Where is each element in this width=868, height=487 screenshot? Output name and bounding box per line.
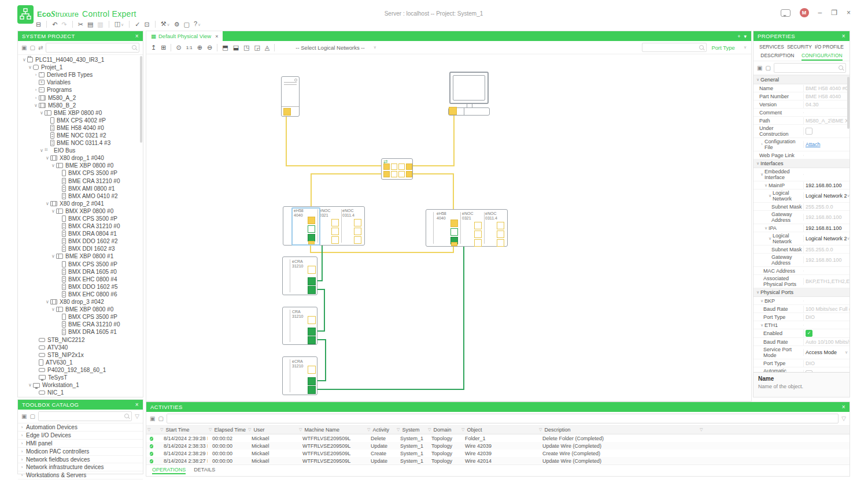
attach-link[interactable]: Attach (806, 142, 821, 147)
close-icon[interactable]: × (135, 33, 139, 39)
tab-details[interactable]: DETAILS (194, 467, 215, 474)
collapse-all-icon[interactable]: ▢ (765, 65, 770, 71)
port-y[interactable] (450, 220, 458, 227)
filter-icon[interactable]: ▽ (367, 427, 370, 432)
tree-item[interactable]: BME CRA 31210 #0 (18, 177, 143, 185)
row-expander-icon[interactable]: ∨ (759, 322, 764, 328)
server-device[interactable] (281, 76, 300, 117)
tree-item[interactable]: ∨X80 drop_1 #040 (18, 154, 143, 162)
toolbox-category-workstations-servers[interactable]: ›Workstations & Servers (18, 471, 143, 479)
property-value[interactable]: ✓ (803, 329, 849, 337)
row-expander-icon[interactable]: ∨ (767, 236, 773, 241)
grid-icon[interactable]: ⊞ (161, 44, 166, 51)
chevron-down-icon[interactable]: ∨ (847, 236, 849, 241)
port-y[interactable] (283, 108, 291, 116)
tree-expander-icon[interactable]: ∨ (50, 254, 56, 259)
property-value[interactable] (803, 370, 849, 372)
tree-item[interactable]: BMX AMO 0410 #2 (18, 192, 143, 200)
toolbox-category-network-infrastructure-devices[interactable]: ›Network infrastructure devices (18, 463, 143, 471)
tree-item[interactable]: ATV630_1 (18, 359, 143, 366)
avatar[interactable]: M (800, 8, 809, 17)
filter-icon[interactable]: ▽ (248, 427, 251, 432)
cut-icon[interactable]: ✂ (78, 20, 83, 29)
tree-expander-icon[interactable]: ∨ (45, 201, 50, 206)
tools-icon[interactable]: ⚒∨ (161, 19, 170, 29)
tree-expander-icon[interactable]: ∨ (21, 57, 27, 62)
tree-item[interactable]: BMX DRA 1605 #0 (18, 268, 143, 276)
port-y[interactable] (406, 163, 412, 170)
filter-icon[interactable]: ▽ (160, 427, 163, 432)
tree-item[interactable]: ∨Projet_1 (18, 64, 143, 71)
import-branch-icon[interactable]: ◲ (254, 44, 260, 51)
dropdown[interactable]: Access Mode∨ (803, 349, 849, 356)
tree-item[interactable]: BMX CPS 3500 #P (18, 169, 143, 177)
layout-icon[interactable]: ◫∨ (114, 19, 124, 29)
port-yo[interactable] (308, 316, 316, 324)
expander-icon[interactable]: › (18, 464, 26, 470)
port-g[interactable] (308, 286, 316, 294)
port-y[interactable] (451, 242, 457, 246)
tree-expander-icon[interactable]: ∨ (45, 299, 50, 304)
filter-icon[interactable]: ▽ (135, 413, 139, 419)
tree-item[interactable]: ∨X80 drop_2 #041 (18, 200, 143, 207)
tree-item[interactable]: STB_NIP2x1x (18, 351, 143, 359)
maximize-button[interactable]: ❐ (831, 9, 837, 17)
port-y[interactable] (406, 171, 412, 177)
tree-item[interactable]: BMX CPS 3500 #P (18, 261, 143, 268)
tree-item[interactable]: ›M580_A_2 (18, 94, 143, 101)
tree-expander-icon[interactable]: ∨ (33, 103, 39, 108)
tree-item[interactable]: BMX EHC 0800 #6 (18, 291, 143, 298)
project-search-input[interactable] (46, 43, 139, 53)
tree-item[interactable]: BMX EHC 0800 #4 (18, 276, 143, 283)
tree-item[interactable]: NIC_1 (18, 389, 143, 396)
zoom-out-icon[interactable]: ⊖ (207, 44, 212, 51)
workstation-monitor[interactable] (449, 72, 489, 104)
port-yo[interactable] (391, 171, 397, 177)
section-expander-icon[interactable]: ∨ (755, 161, 760, 166)
toolbox-search-input[interactable] (38, 411, 132, 421)
tab-close-icon[interactable]: × (215, 34, 218, 39)
tree-item[interactable]: ›Programs (18, 86, 143, 94)
tree-item[interactable]: ∨BMX XBP 0800 #0 (18, 207, 143, 215)
row-expander-icon[interactable]: ∨ (763, 183, 769, 188)
tree-item[interactable]: BME NOC 0321 #2 (18, 132, 143, 139)
tree-item[interactable]: TeSysT (18, 374, 143, 381)
checkbox-unchecked[interactable] (806, 370, 812, 372)
tree-expander-icon[interactable]: › (33, 72, 39, 77)
port-g[interactable] (308, 377, 316, 385)
one-to-one[interactable]: 1:1 (186, 45, 193, 50)
toolbox-category-edge-i-o-devices[interactable]: ›Edge I/O Devices (18, 432, 143, 440)
routing-switch-device[interactable]: ⇄ (381, 158, 413, 180)
tree-item[interactable]: ∨X80 drop_3 #042 (18, 298, 143, 306)
toolbox-category-hmi-panel[interactable]: ›HMI panel (18, 440, 143, 448)
tree-item[interactable]: BME H58 4040 #0 (18, 124, 143, 132)
tab-operations[interactable]: OPERATIONS (152, 467, 186, 474)
logical-networks-dropdown[interactable]: -- Select Logical Networks -- (296, 44, 364, 51)
port-yo[interactable] (474, 239, 482, 247)
toolbox-category-modicon-pac-controllers[interactable]: ›Modicon PAC controllers (18, 448, 143, 456)
expander-icon[interactable]: › (18, 425, 26, 430)
copy-icon[interactable]: ▤ (87, 20, 93, 29)
tree-expander-icon[interactable]: ∨ (27, 65, 33, 70)
drop-device[interactable]: eCRA 31210 (282, 256, 317, 295)
tree-item[interactable]: BMX CPS 3500 #P (18, 215, 143, 222)
filter-icon[interactable]: ▽ (299, 427, 302, 432)
port-yo[interactable] (331, 228, 339, 235)
hierarchy-icon[interactable]: ◬ (265, 44, 269, 51)
expand-all-icon[interactable]: ▣ (21, 413, 27, 419)
port-g[interactable] (308, 277, 316, 285)
tree-item[interactable]: BMX CPS 3500 #P (18, 313, 143, 321)
port-g[interactable] (308, 328, 316, 336)
activity-row[interactable]: ✓8/14/2024 2:38:33 PM00:00:00MickaëlWTFR… (146, 442, 849, 449)
port-yo[interactable] (354, 219, 361, 226)
expand-all-icon[interactable]: ▣ (21, 44, 27, 51)
row-expander-icon[interactable]: ∨ (767, 193, 773, 199)
tree-item[interactable]: BME NOC 0311.4 #3 (18, 139, 143, 147)
property-section[interactable]: ∨General (754, 76, 849, 84)
tree-item[interactable]: BMX DDO 1602 #5 (18, 283, 143, 291)
close-button[interactable]: × (847, 9, 851, 17)
port-yo[interactable] (391, 163, 397, 170)
feedback-icon[interactable] (781, 9, 791, 17)
filter-icon[interactable]: ▽ (841, 415, 846, 422)
tree-item[interactable]: ∨BME XBP 0800 #0 (18, 162, 143, 169)
